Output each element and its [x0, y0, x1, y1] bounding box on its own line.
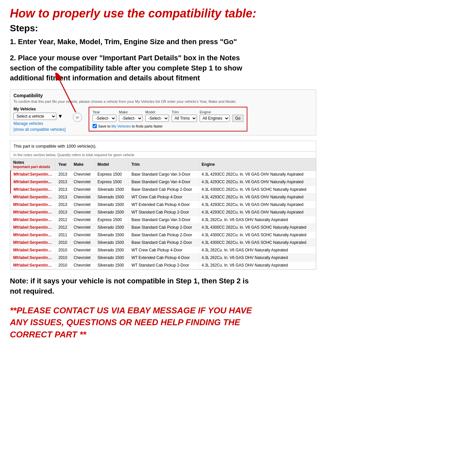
engine-cell: 4.3L 4293CC 262Cu. In. V6 GAS OHV Natura…: [199, 171, 316, 178]
col-engine: Engine: [199, 158, 316, 171]
col-model: Model: [95, 158, 129, 171]
col-notes: Notes Important part details: [11, 158, 56, 171]
notes-cell: Mfrlabel:Serpentine ...: [11, 231, 56, 239]
engine-cell: 4.3L 4293CC 262Cu. In. V6 GAS OHV Natura…: [199, 201, 316, 209]
year-cell: 2012: [56, 224, 71, 231]
notes-cell: Mfrlabel:Serpentine ...: [11, 193, 56, 201]
year-cell: 2010: [56, 262, 71, 269]
model-label: Model: [145, 110, 169, 114]
make-label: Make: [119, 110, 143, 114]
year-cell: 2013: [56, 186, 71, 193]
table-row: Mfrlabel:Serpentine ...2010ChevroletSilv…: [11, 254, 316, 262]
manage-vehicles-link[interactable]: Manage vehicles: [14, 121, 66, 126]
my-vehicles-link[interactable]: My Vehicles: [111, 124, 131, 128]
contact-text: **PLEASE CONTACT US VIA EBAY MESSAGE IF …: [10, 304, 466, 340]
make-cell: Chevrolet: [71, 262, 95, 269]
save-checkbox[interactable]: [93, 124, 97, 128]
notes-cell: Mfrlabel:Serpentine ...: [11, 262, 56, 269]
make-cell: Chevrolet: [71, 186, 95, 193]
notes-cell: Mfrlabel:Serpentine ...: [11, 224, 56, 231]
engine-cell: 4.3L 4300CC 262Cu. In. V6 GAS SOHC Natur…: [199, 224, 316, 231]
table-row: Mfrlabel:Serpentine ...2013ChevroletSilv…: [11, 186, 316, 193]
model-cell: Silverado 1500: [95, 254, 129, 262]
notes-sublabel: Important part details: [13, 165, 53, 169]
make-cell: Chevrolet: [71, 224, 95, 231]
notes-cell: Mfrlabel:Serpentine ...: [11, 209, 56, 216]
table-header-row: Notes Important part details Year Make M…: [11, 158, 316, 171]
engine-cell: 4.3L 262Cu. In. V6 GAS OHV Naturally Asp…: [199, 262, 316, 269]
make-cell: Chevrolet: [71, 209, 95, 216]
trim-cell: WT Extended Cab Pickup 4-Door: [128, 201, 199, 209]
year-cell: 2010: [56, 239, 71, 246]
table-row: Mfrlabel:Serpentin...2013ChevroletExpres…: [11, 178, 316, 186]
make-cell: Chevrolet: [71, 171, 95, 178]
engine-cell: 4.3L 262Cu. In. V6 GAS OHV Naturally Asp…: [199, 254, 316, 262]
model-cell: Silverado 1500: [95, 231, 129, 239]
model-cell: Express 1500: [95, 171, 129, 178]
trim-cell: WT Crew Cab Pickup 4-Door: [128, 246, 199, 254]
model-cell: Express 1500: [95, 178, 129, 186]
make-field: Make -Select-: [119, 110, 143, 122]
year-cell: 2012: [56, 216, 71, 224]
trim-label: Trim: [172, 110, 197, 114]
table-row: Mfrlabel:Serpentine ...2010ChevroletSilv…: [11, 239, 316, 246]
table-row: Mfrlabel:Serpentine ...2013ChevroletSilv…: [11, 201, 316, 209]
dropdown-arrow-icon: ▼: [58, 113, 63, 119]
make-cell: Chevrolet: [71, 193, 95, 201]
make-cell: Chevrolet: [71, 239, 95, 246]
trim-select[interactable]: All Trims: [172, 115, 197, 122]
make-cell: Chevrolet: [71, 178, 95, 186]
compat-table: Notes Important part details Year Make M…: [10, 158, 316, 269]
table-row: Mfrlabel:Serpentine ...2013ChevroletSilv…: [11, 193, 316, 201]
year-select[interactable]: -Select-: [93, 115, 116, 122]
go-button[interactable]: Go: [232, 115, 243, 122]
trim-cell: Base Standard Cab Pickup 2-Door: [128, 239, 199, 246]
engine-cell: 4.3L 4293CC 262Cu. In. V6 GAS OHV Natura…: [199, 209, 316, 216]
notes-cell: Mfrlabel:Serpentine ...: [11, 239, 56, 246]
trim-cell: Base Standard Cargo Van 3-Door: [128, 171, 199, 178]
select-vehicle-dropdown[interactable]: Select a vehicle: [14, 113, 56, 120]
save-label: Save to My Vehicles to finds parts faste…: [98, 124, 163, 128]
year-cell: 2013: [56, 171, 71, 178]
trim-cell: Base Standard Cab Pickup 2-Door: [128, 186, 199, 193]
engine-cell: 4.3L 4293CC 262Cu. In. V6 GAS OHV Natura…: [199, 178, 316, 186]
engine-select[interactable]: All Engines: [200, 115, 230, 122]
trim-cell: Base Standard Cargo Van 3-Door: [128, 216, 199, 224]
step1-text: 1. Enter Year, Make, Model, Trim, Engine…: [10, 37, 466, 47]
notes-cell: Mfrlabel:Serpentine ...: [11, 201, 56, 209]
col-make: Make: [71, 158, 95, 171]
make-select[interactable]: -Select-: [119, 115, 143, 122]
main-title: How to properly use the compatibility ta…: [10, 7, 466, 20]
model-field: Model -Select-: [145, 110, 169, 122]
engine-cell: 4.3L 4293CC 262Cu. In. V6 GAS OHV Natura…: [199, 193, 316, 201]
model-cell: Silverado 1500: [95, 246, 129, 254]
engine-cell: 4.3L 262Cu. In. V6 GAS OHV Naturally Asp…: [199, 216, 316, 224]
model-cell: Silverado 1500: [95, 209, 129, 216]
engine-cell: 4.3L 262Cu. In. V6 GAS OHV Naturally Asp…: [199, 246, 316, 254]
engine-label: Engine: [200, 110, 230, 114]
trim-cell: Base Standard Cab Pickup 2-Door: [128, 224, 199, 231]
engine-cell: 4.3L 4300CC 262Cu. In. V6 GAS SOHC Natur…: [199, 186, 316, 193]
table-row: Mfrlabel:Serpentine ...2010ChevroletSilv…: [11, 262, 316, 269]
engine-cell: 4.3L 4300CC 262Cu. In. V6 GAS SOHC Natur…: [199, 231, 316, 239]
model-cell: Silverado 1500: [95, 186, 129, 193]
notes-cell: Mfrlabel:Serpentine ...: [11, 246, 56, 254]
show-all-compatible-link[interactable]: [show all compatible vehicles]: [14, 127, 66, 132]
trim-cell: Base Standard Cab Pickup 2-Door: [128, 231, 199, 239]
steps-title: Steps:: [10, 23, 466, 34]
model-cell: Silverado 1500: [95, 262, 129, 269]
note-text: Note: if it says your vehicle is not com…: [10, 276, 466, 297]
or-divider: or: [73, 113, 82, 122]
notes-cell: Mfrlabel:Serpentin...: [11, 178, 56, 186]
make-cell: Chevrolet: [71, 201, 95, 209]
year-cell: 2010: [56, 254, 71, 262]
notes-cell: Mfrlabel:Serpentine ...: [11, 216, 56, 224]
model-cell: Silverado 1500: [95, 224, 129, 231]
engine-field: Engine All Engines: [200, 110, 230, 122]
trim-cell: Base Standard Cargo Van 4-Door: [128, 178, 199, 186]
col-trim: Trim: [128, 158, 199, 171]
model-select[interactable]: -Select-: [145, 115, 169, 122]
notes-cell: Mfrlabel:Serpentine ...: [11, 254, 56, 262]
model-cell: Silverado 1500: [95, 239, 129, 246]
make-cell: Chevrolet: [71, 246, 95, 254]
